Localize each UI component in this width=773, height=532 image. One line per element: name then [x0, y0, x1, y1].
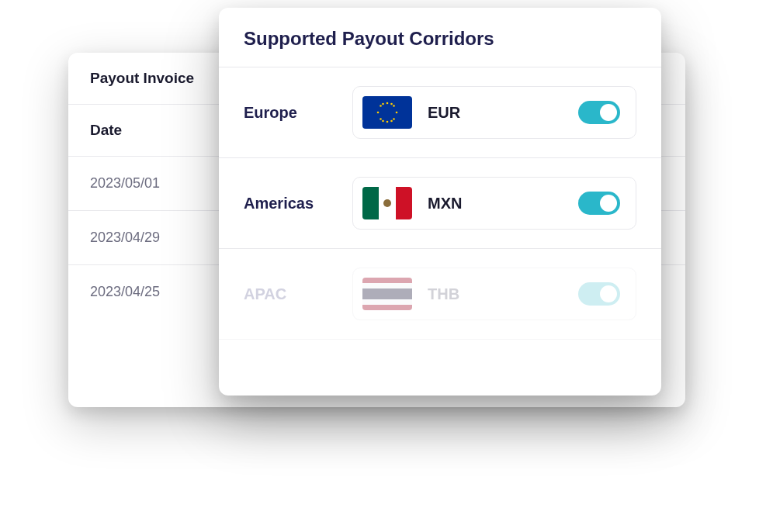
- corridor-row-apac: APAC THB: [219, 249, 661, 340]
- thailand-flag-icon: [362, 278, 412, 310]
- corridor-toggle[interactable]: [578, 192, 620, 215]
- svg-point-9: [390, 103, 393, 105]
- corridor-row-americas: Americas MXN: [219, 158, 661, 249]
- region-label: Americas: [244, 195, 352, 212]
- currency-box: MXN: [352, 177, 636, 230]
- svg-point-7: [393, 118, 395, 120]
- corridors-title: Supported Payout Corridors: [244, 28, 636, 50]
- svg-point-10: [382, 120, 384, 123]
- svg-point-5: [393, 105, 395, 107]
- corridor-toggle[interactable]: [578, 282, 620, 306]
- svg-point-0: [386, 102, 389, 105]
- corridors-header: Supported Payout Corridors: [219, 8, 661, 67]
- region-label: Europe: [244, 104, 352, 122]
- svg-point-6: [380, 118, 382, 120]
- region-label: APAC: [244, 285, 352, 303]
- svg-point-11: [390, 120, 393, 123]
- svg-point-1: [386, 121, 389, 123]
- currency-box: THB: [352, 268, 636, 320]
- svg-point-2: [377, 112, 380, 114]
- currency-code: THB: [428, 285, 563, 303]
- currency-code: EUR: [428, 104, 563, 122]
- mexico-flag-icon: [362, 187, 412, 219]
- currency-box: EUR: [352, 86, 636, 139]
- currency-code: MXN: [428, 195, 563, 212]
- payout-corridors-card: Supported Payout Corridors Europe EUR: [219, 8, 661, 396]
- corridor-row-europe: Europe EUR: [219, 67, 661, 158]
- corridor-toggle[interactable]: [578, 101, 620, 124]
- eu-flag-icon: [362, 96, 412, 129]
- svg-point-4: [380, 105, 382, 107]
- svg-point-3: [396, 112, 398, 114]
- svg-point-8: [382, 103, 384, 105]
